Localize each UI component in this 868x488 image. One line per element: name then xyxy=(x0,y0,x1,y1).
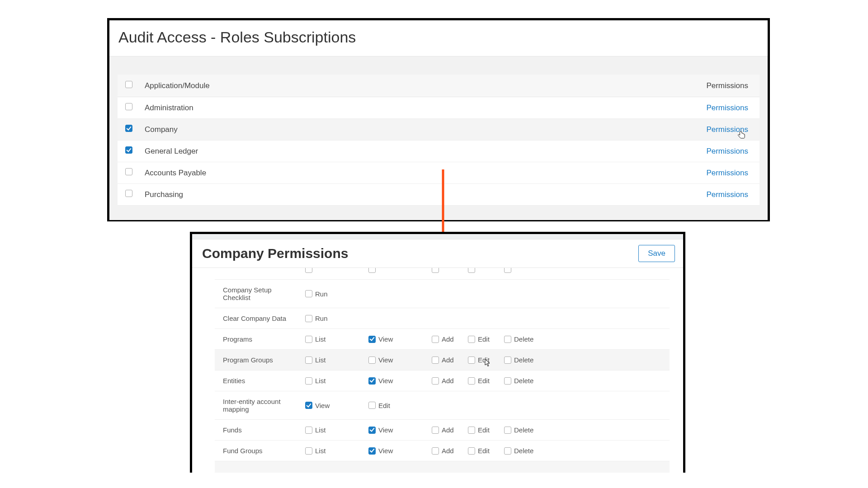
perm-checkbox[interactable] xyxy=(432,268,439,273)
perm-list-checkbox[interactable] xyxy=(305,336,312,343)
perm-add-checkbox[interactable] xyxy=(432,377,439,385)
permissions-link-accounts-payable[interactable]: Permissions xyxy=(706,169,748,177)
table-header-row: Application/Module Permissions xyxy=(118,75,760,97)
perm-run-checkbox[interactable] xyxy=(305,290,312,297)
module-row-general-ledger: General Ledger Permissions xyxy=(118,141,760,162)
permission-row-inter-entity: Inter-entity account mapping View Edit xyxy=(215,391,670,420)
permission-label: Entities xyxy=(215,377,305,385)
perm-delete-checkbox[interactable] xyxy=(504,336,511,343)
perm-view-label: View xyxy=(378,447,393,455)
module-row-company: Company Permissions xyxy=(118,119,760,141)
permission-label: Fund Groups xyxy=(215,447,305,455)
permission-label: Clear Company Data xyxy=(215,314,305,322)
perm-add-label: Add xyxy=(442,356,454,364)
perm-view-label: View xyxy=(378,377,393,385)
perm-view-checkbox[interactable] xyxy=(368,427,376,434)
perm-add-label: Add xyxy=(442,447,454,455)
page-title: Audit Access - Roles Subscriptions xyxy=(118,28,759,46)
permission-row-cutoff xyxy=(215,268,670,280)
save-button[interactable]: Save xyxy=(638,245,675,262)
perm-edit-label: Edit xyxy=(378,402,390,409)
permissions-body: Company Setup Checklist Run Clear Compan… xyxy=(192,268,683,473)
module-checkbox-administration[interactable] xyxy=(125,103,132,110)
permission-label: Funds xyxy=(215,426,305,434)
perm-run-label: Run xyxy=(315,314,328,322)
select-all-cell xyxy=(118,75,140,97)
permission-label: Program Groups xyxy=(215,356,305,364)
perm-list-label: List xyxy=(315,335,326,343)
permission-label xyxy=(215,268,305,273)
cursor-arrow-icon xyxy=(485,359,491,367)
perm-view-label: View xyxy=(378,356,393,364)
perm-view-checkbox[interactable] xyxy=(368,357,376,364)
perm-edit-checkbox[interactable] xyxy=(468,447,475,455)
perm-delete-checkbox[interactable] xyxy=(504,447,511,455)
panel-top-strip xyxy=(192,234,683,239)
perm-run-checkbox[interactable] xyxy=(305,315,312,322)
perm-checkbox[interactable] xyxy=(504,268,511,273)
perm-edit-checkbox[interactable] xyxy=(468,357,475,364)
perm-view-checkbox[interactable] xyxy=(368,447,376,455)
perm-edit-checkbox[interactable] xyxy=(368,402,376,409)
module-name: General Ledger xyxy=(140,141,683,162)
perm-list-checkbox[interactable] xyxy=(305,377,312,385)
perm-edit-checkbox[interactable] xyxy=(468,336,475,343)
perm-view-label: View xyxy=(378,426,393,434)
perm-list-label: List xyxy=(315,426,326,434)
perm-view-checkbox[interactable] xyxy=(368,377,376,385)
permission-row-entities: Entities List View Add Edit Delete xyxy=(215,371,670,391)
perm-add-checkbox[interactable] xyxy=(432,357,439,364)
permissions-link-administration[interactable]: Permissions xyxy=(706,103,748,112)
module-checkbox-general-ledger[interactable] xyxy=(125,146,132,154)
perm-delete-label: Delete xyxy=(514,356,533,364)
permission-row-programs: Programs List View Add Edit Delete xyxy=(215,329,670,350)
module-row-administration: Administration Permissions xyxy=(118,97,760,119)
select-all-checkbox[interactable] xyxy=(125,81,132,88)
perm-delete-checkbox[interactable] xyxy=(504,427,511,434)
perm-run-label: Run xyxy=(315,290,328,298)
perm-delete-checkbox[interactable] xyxy=(504,357,511,364)
permission-row-setup-checklist: Company Setup Checklist Run xyxy=(215,280,670,308)
perm-edit-label: Edit xyxy=(478,335,490,343)
module-row-accounts-payable: Accounts Payable Permissions xyxy=(118,162,760,184)
perm-edit-label: Edit xyxy=(478,426,490,434)
perm-delete-checkbox[interactable] xyxy=(504,377,511,385)
perm-checkbox[interactable] xyxy=(468,268,475,273)
perm-delete-label: Delete xyxy=(514,447,533,455)
module-checkbox-company[interactable] xyxy=(125,125,132,132)
perm-edit-checkbox[interactable] xyxy=(468,427,475,434)
permissions-header: Company Permissions Save xyxy=(192,239,683,268)
perm-list-checkbox[interactable] xyxy=(305,427,312,434)
module-checkbox-accounts-payable[interactable] xyxy=(125,168,132,175)
perm-view-checkbox[interactable] xyxy=(368,336,376,343)
perm-edit-label: Edit xyxy=(478,447,490,455)
perm-list-checkbox[interactable] xyxy=(305,357,312,364)
permissions-link-purchasing[interactable]: Permissions xyxy=(706,190,748,199)
perm-list-label: List xyxy=(315,447,326,455)
perm-delete-label: Delete xyxy=(514,377,533,385)
permissions-title: Company Permissions xyxy=(202,246,348,261)
module-name: Purchasing xyxy=(140,184,683,206)
perm-list-checkbox[interactable] xyxy=(305,447,312,455)
perm-add-checkbox[interactable] xyxy=(432,336,439,343)
perm-delete-label: Delete xyxy=(514,426,533,434)
module-row-purchasing: Purchasing Permissions xyxy=(118,184,760,206)
perm-add-label: Add xyxy=(442,426,454,434)
module-checkbox-purchasing[interactable] xyxy=(125,190,132,197)
permission-row-funds: Funds List View Add Edit Delete xyxy=(215,420,670,441)
permissions-link-general-ledger[interactable]: Permissions xyxy=(706,147,748,155)
permission-label: Company Setup Checklist xyxy=(215,286,305,301)
roles-subscriptions-panel: Audit Access - Roles Subscriptions Appli… xyxy=(107,18,770,221)
company-permissions-panel: Company Permissions Save Company Setup C… xyxy=(190,232,685,473)
permission-label: Programs xyxy=(215,335,305,343)
perm-add-checkbox[interactable] xyxy=(432,427,439,434)
perm-edit-checkbox[interactable] xyxy=(468,377,475,385)
cursor-hand-icon xyxy=(738,131,746,141)
perm-checkbox[interactable] xyxy=(305,268,312,273)
perm-add-checkbox[interactable] xyxy=(432,447,439,455)
perm-list-label: List xyxy=(315,377,326,385)
module-name: Company xyxy=(140,119,683,141)
perm-view-checkbox[interactable] xyxy=(305,402,312,409)
perm-checkbox[interactable] xyxy=(368,268,376,273)
perm-add-label: Add xyxy=(442,377,454,385)
